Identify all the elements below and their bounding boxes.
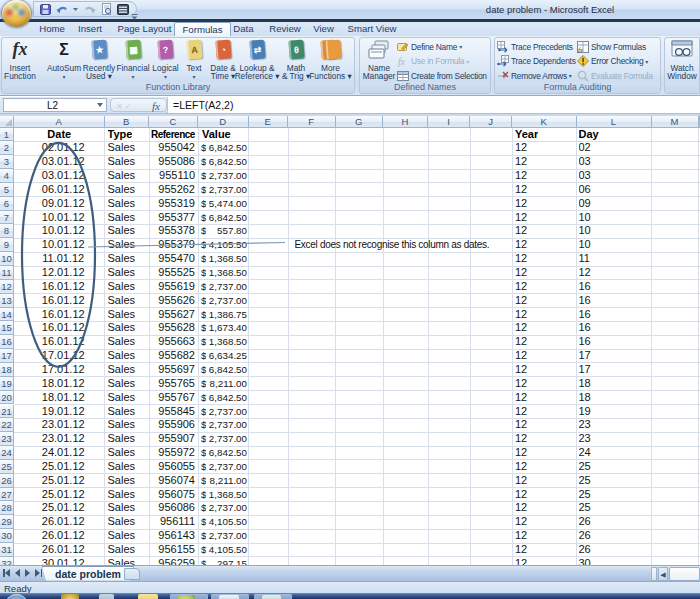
insert-function-icon[interactable]: fx [152, 100, 160, 112]
taskbar-window-icon[interactable] [99, 594, 114, 599]
cell-date[interactable]: 25.01.12 [14, 501, 113, 515]
cell-reference[interactable]: 955697 [149, 363, 195, 377]
cell-date[interactable]: 16.01.12 [14, 308, 113, 322]
header-reference[interactable]: Reference [151, 128, 195, 142]
cell-year[interactable]: 12 [515, 543, 527, 557]
column-header-e[interactable]: E [249, 116, 289, 128]
trace-precedents-button[interactable]: Trace Precedents [497, 40, 573, 54]
cell-date[interactable]: 10.01.12 [14, 224, 113, 238]
cell-year[interactable]: 12 [515, 446, 527, 460]
cell-reference[interactable]: 955525 [149, 266, 195, 280]
header-year[interactable]: Year [515, 128, 538, 142]
cell-date[interactable]: 30.01.12 [14, 557, 113, 565]
cell-year[interactable]: 12 [515, 224, 527, 238]
cell-year[interactable]: 12 [515, 557, 527, 565]
cell-reference[interactable]: 955626 [149, 294, 195, 308]
cell-date[interactable]: 06.01.12 [14, 183, 113, 197]
cell-value[interactable]: 2,737.00 [190, 183, 247, 197]
cell-reference[interactable]: 955377 [149, 211, 195, 225]
cell-reference[interactable]: 955379 [149, 238, 195, 252]
cell-type[interactable]: Sales [108, 543, 136, 557]
cell-day[interactable]: 10 [579, 224, 591, 238]
cell-year[interactable]: 12 [515, 183, 527, 197]
chevron-down-icon[interactable] [97, 103, 103, 107]
cell-day[interactable]: 02 [579, 141, 591, 155]
cell-type[interactable]: Sales [108, 349, 136, 363]
row-header-32[interactable]: 32 [0, 557, 14, 565]
row-header-5[interactable]: 5 [0, 183, 14, 197]
row-header-9[interactable]: 9 [0, 238, 14, 252]
cell-type[interactable]: Sales [108, 474, 136, 488]
cell-date[interactable]: 16.01.12 [14, 294, 113, 308]
cell-type[interactable]: Sales [108, 529, 136, 543]
last-sheet-icon[interactable] [35, 569, 42, 577]
cell-reference[interactable]: 956143 [149, 529, 195, 543]
cell-reference[interactable]: 955628 [149, 321, 195, 335]
cell-day[interactable]: 25 [579, 460, 591, 474]
cell-date[interactable]: 18.01.12 [14, 391, 113, 405]
cell-year[interactable]: 12 [515, 349, 527, 363]
start-button[interactable] [5, 594, 28, 599]
cell-day[interactable]: 03 [579, 155, 591, 169]
cell-value[interactable]: 2,737.00 [190, 529, 247, 543]
cell-day[interactable]: 23 [579, 418, 591, 432]
cell-type[interactable]: Sales [108, 252, 136, 266]
cell-type[interactable]: Sales [108, 363, 136, 377]
row-header-3[interactable]: 3 [0, 155, 14, 169]
cell-value[interactable]: 2,737.00 [190, 460, 247, 474]
cell-reference[interactable]: 955627 [149, 308, 195, 322]
cell-year[interactable]: 12 [515, 335, 527, 349]
more-functions-button[interactable]: MoreFunctions ▾ [308, 38, 353, 81]
cell-value[interactable]: 6,842.50 [190, 211, 247, 225]
cell-day[interactable]: 25 [579, 501, 591, 515]
row-header-30[interactable]: 30 [0, 529, 14, 543]
cell-value[interactable]: 6,634.25 [190, 349, 247, 363]
cell-reference[interactable]: 955262 [149, 183, 195, 197]
create-from-selection-button[interactable]: Create from Selection [397, 69, 487, 83]
sheet-tab-date-problem[interactable]: date problem [42, 566, 134, 581]
row-header-8[interactable]: 8 [0, 224, 14, 238]
cell-reference[interactable]: 955319 [149, 197, 195, 211]
tab-smart-view[interactable]: Smart View [343, 22, 401, 36]
cell-value[interactable]: 1,368.50 [190, 266, 247, 280]
cell-value[interactable]: 4,105.50 [190, 515, 247, 529]
cell-value[interactable]: 2,737.00 [190, 169, 247, 183]
office-button[interactable] [2, 0, 31, 27]
cell-value[interactable]: 8,211.00 [190, 474, 247, 488]
cell-value[interactable]: 2,737.00 [190, 501, 247, 515]
tab-home[interactable]: Home [32, 22, 72, 36]
cell-reference[interactable]: 955765 [149, 377, 195, 391]
row-header-1[interactable]: 1 [0, 128, 14, 142]
cell-year[interactable]: 12 [515, 529, 527, 543]
cell-year[interactable]: 12 [515, 252, 527, 266]
cell-date[interactable]: 18.01.12 [14, 377, 113, 391]
column-header-g[interactable]: G [336, 116, 384, 128]
row-header-7[interactable]: 7 [0, 211, 14, 225]
cell-type[interactable]: Sales [108, 405, 136, 419]
cell-day[interactable]: 23 [579, 432, 591, 446]
error-checking-button[interactable]: Error Checking▾ [577, 54, 648, 68]
row-header-26[interactable]: 26 [0, 474, 14, 488]
cell-value[interactable]: 6,842.50 [190, 391, 247, 405]
cell-value[interactable]: 1,368.50 [190, 488, 247, 502]
cell-date[interactable]: 03.01.12 [14, 155, 113, 169]
cell-reference[interactable]: 956155 [149, 543, 195, 557]
row-header-22[interactable]: 22 [0, 418, 14, 432]
cell-date[interactable]: 17.01.12 [14, 363, 113, 377]
cell-reference[interactable]: 955663 [149, 335, 195, 349]
undo-dropdown[interactable] [72, 3, 79, 16]
tab-review[interactable]: Review [265, 22, 305, 36]
cell-day[interactable]: 11 [579, 252, 590, 266]
cell-year[interactable]: 12 [515, 418, 527, 432]
name-manager-button[interactable]: NameManager [361, 38, 397, 81]
header-value[interactable]: Value [202, 128, 231, 142]
cell-type[interactable]: Sales [108, 308, 136, 322]
cell-year[interactable]: 12 [515, 474, 527, 488]
cell-date[interactable]: 03.01.12 [14, 169, 113, 183]
cell-date[interactable]: 24.01.12 [14, 446, 113, 460]
remove-arrows-button[interactable]: Remove Arrows▾ [497, 69, 572, 83]
cell-reference[interactable]: 955470 [149, 252, 195, 266]
cell-reference[interactable]: 955619 [149, 280, 195, 294]
cell-reference[interactable]: 956075 [149, 488, 195, 502]
row-header-24[interactable]: 24 [0, 446, 14, 460]
